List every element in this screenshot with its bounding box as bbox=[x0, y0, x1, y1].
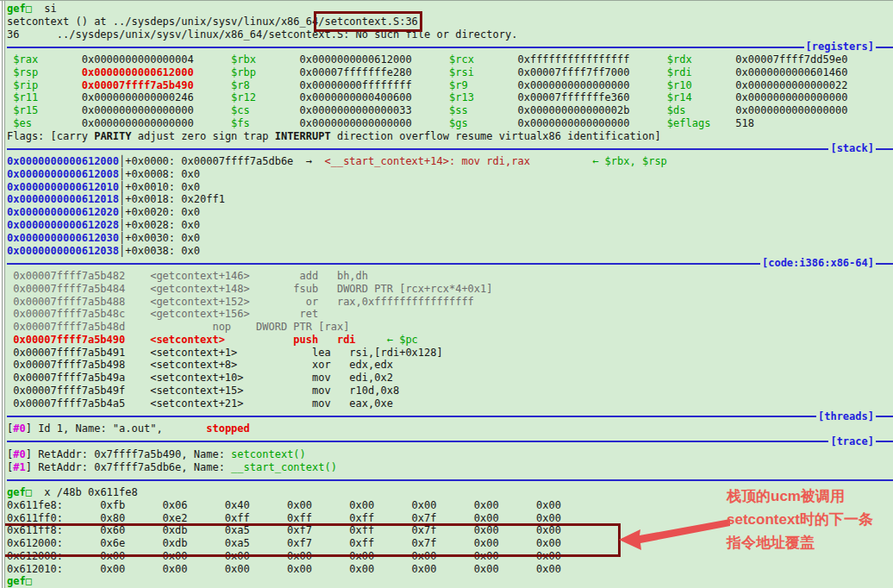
gef-debugger-screen: gef□ sisetcontext () at ../sysdeps/unix/… bbox=[0, 0, 893, 588]
separator-line bbox=[7, 47, 804, 48]
register-row: $r15 0x0000000000000000 $cs 0x0000000000… bbox=[7, 104, 893, 117]
register-row: $rax 0x0000000000000004 $rbx 0x000000000… bbox=[7, 53, 893, 66]
register-row: $rip 0x00007ffff7a5b490 $r8 0x00000000ff… bbox=[7, 79, 893, 92]
register-row: $es 0x0000000000000000 $fs 0x00000000000… bbox=[7, 117, 893, 130]
code-row-current: 0x00007ffff7a5b490 <setcontext> push rdi… bbox=[7, 334, 893, 347]
separator-line bbox=[876, 441, 893, 442]
stack-row: 0x0000000000612020│+0x0020: 0x0 bbox=[7, 206, 893, 219]
section-title: [stack] bbox=[830, 142, 874, 155]
stack-row: 0x0000000000612028│+0x0028: 0x0 bbox=[7, 219, 893, 232]
gdb-command-line: gef□ si bbox=[7, 3, 893, 16]
separator-line bbox=[876, 416, 893, 417]
gdb-prompt-partial: gef□ bbox=[7, 575, 893, 588]
memory-row: 0x612010: 0x00 0x00 0x00 0x00 0x00 0x00 … bbox=[7, 563, 893, 576]
annotation-arrow-icon bbox=[617, 515, 733, 553]
separator-line bbox=[7, 416, 816, 417]
code-row: 0x00007ffff7a5b48d nop DWORD PTR [rax] bbox=[7, 321, 893, 334]
code-row: 0x00007ffff7a5b498 <setcontext+8> xor ed… bbox=[7, 359, 893, 372]
section-title: [code:i386:x86-64] bbox=[762, 257, 874, 270]
separator-line bbox=[7, 263, 760, 265]
annotation-line: 栈顶的ucm被调用 bbox=[727, 485, 873, 508]
registers-section-separator: [registers] bbox=[7, 41, 893, 53]
code-row: 0x00007ffff7a5b4a5 <setcontext+21> mov e… bbox=[7, 397, 893, 410]
stack-row: 0x0000000000612030│+0x0030: 0x0 bbox=[7, 232, 893, 245]
threads-section-separator: [threads] bbox=[7, 410, 893, 423]
stack-row: 0x0000000000612018│+0x0018: 0x20ff1 bbox=[7, 193, 893, 206]
register-row: $r11 0x0000000000000246 $r12 0x000000000… bbox=[7, 91, 893, 104]
trace-row: [#1] RetAddr: 0x7ffff7a5db6e, Name: __st… bbox=[7, 461, 893, 474]
code-row: 0x00007ffff7a5b488 <getcontext+152> or r… bbox=[7, 296, 893, 309]
section-title: [threads] bbox=[818, 410, 874, 423]
code-row: 0x00007ffff7a5b482 <getcontext+146> add … bbox=[7, 270, 893, 283]
annotation-line: setcontext时的下一条 bbox=[727, 508, 873, 531]
code-row: 0x00007ffff7a5b484 <getcontext+148> fsub… bbox=[7, 283, 893, 296]
section-title: [registers] bbox=[806, 41, 874, 53]
register-row: $rsp 0x0000000000612000 $rbp 0x00007ffff… bbox=[7, 66, 893, 79]
source-location-line: setcontext () at ../sysdeps/unix/sysv/li… bbox=[7, 16, 893, 28]
annotation-line: 指令地址覆盖 bbox=[727, 531, 873, 554]
source-error-line: 36 ../sysdeps/unix/sysv/linux/x86_64/set… bbox=[7, 28, 893, 41]
code-row: 0x00007ffff7a5b49a <setcontext+10> mov e… bbox=[7, 372, 893, 385]
separator-line bbox=[7, 148, 828, 150]
separator-line bbox=[876, 148, 893, 150]
stack-row: 0x0000000000612008│+0x0008: 0x0 bbox=[7, 168, 893, 181]
section-title: [trace] bbox=[830, 435, 874, 448]
code-row: 0x00007ffff7a5b491 <setcontext+1> lea rs… bbox=[7, 347, 893, 360]
trace-section-separator: [trace] bbox=[7, 435, 893, 448]
separator-line bbox=[7, 479, 893, 481]
separator-line bbox=[7, 441, 828, 442]
window-left-edge bbox=[0, 1, 5, 588]
code-row: 0x00007ffff7a5b48c <getcontext+156> ret bbox=[7, 308, 893, 321]
trace-row: [#0] RetAddr: 0x7ffff7a5b490, Name: setc… bbox=[7, 448, 893, 461]
stack-row: 0x0000000000612010│+0x0010: 0x0 bbox=[7, 181, 893, 194]
flags-line: Flags: [carry PARITY adjust zero sign tr… bbox=[7, 130, 893, 143]
annotation-text: 栈顶的ucm被调用 setcontext时的下一条 指令地址覆盖 bbox=[727, 485, 873, 554]
code-section-separator: [code:i386:x86-64] bbox=[7, 257, 893, 270]
stack-section-separator: [stack] bbox=[7, 142, 893, 155]
code-row: 0x00007ffff7a5b49f <setcontext+15> mov r… bbox=[7, 385, 893, 397]
separator-line bbox=[876, 263, 893, 265]
separator-line bbox=[876, 47, 893, 48]
stack-row: 0x0000000000612000│+0x0000: 0x00007ffff7… bbox=[7, 155, 893, 168]
thread-row: [#0] Id 1, Name: "a.out", stopped bbox=[7, 422, 893, 435]
stack-row: 0x0000000000612038│+0x0038: 0x0 bbox=[7, 245, 893, 258]
